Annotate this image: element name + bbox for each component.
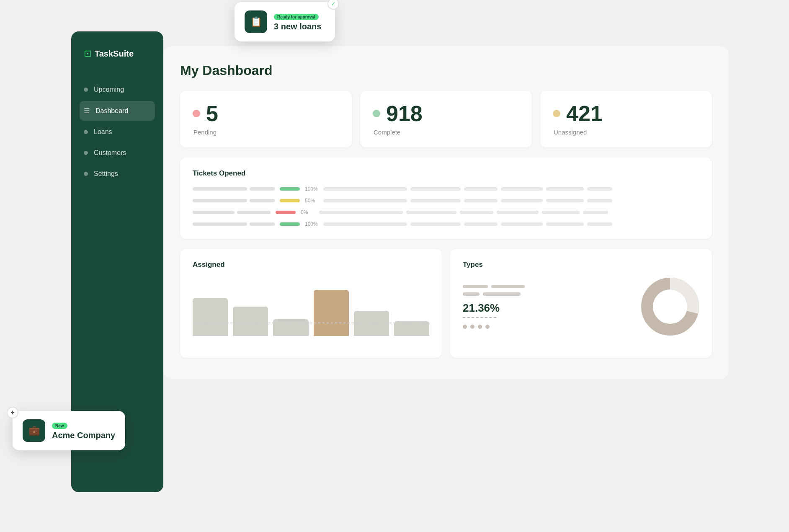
logo-text: TaskSuite xyxy=(95,49,134,59)
sidebar-label-loans: Loans xyxy=(94,128,112,136)
complete-label: Complete xyxy=(373,129,519,136)
types-left: 21.36% xyxy=(463,285,628,329)
sidebar-item-upcoming[interactable]: Upcoming xyxy=(80,80,155,99)
chart-bar-2 xyxy=(233,307,268,336)
pending-dot xyxy=(193,110,200,117)
stats-row: 5 Pending 918 Complete 421 Unassigned xyxy=(180,91,712,147)
legend-item-2 xyxy=(463,292,628,296)
add-icon: + xyxy=(7,407,18,418)
ticket-meta-2 xyxy=(323,199,699,202)
nav-dot-loans xyxy=(84,130,88,134)
assigned-card: Assigned xyxy=(180,249,442,358)
type-dot-3 xyxy=(478,325,482,329)
nav-dot-settings xyxy=(84,172,88,176)
chart-bar-4 xyxy=(314,290,349,336)
ticket-meta-1 xyxy=(323,187,699,191)
bar-left-3 xyxy=(193,211,235,214)
ticket-row-2: 50% xyxy=(193,198,699,204)
types-percentage: 21.36% xyxy=(463,302,628,315)
bar-mid-4 xyxy=(250,222,275,226)
ticket-row-1: 100% xyxy=(193,186,699,192)
chart-bar-3 xyxy=(273,319,308,336)
bar-mid-2 xyxy=(250,199,275,202)
sidebar-item-customers[interactable]: Customers xyxy=(80,143,155,163)
bar-left-1 xyxy=(193,187,247,191)
legend-item-1 xyxy=(463,285,628,288)
acme-popup: + 💼 New Acme Company xyxy=(13,411,125,450)
bar-colored-3 xyxy=(276,211,296,214)
ticket-meta-4 xyxy=(323,222,699,226)
pending-number: 5 xyxy=(206,103,218,124)
pct-label-2: 50% xyxy=(305,198,318,204)
bottom-row: Assigned Types xyxy=(180,249,712,358)
unassigned-dot xyxy=(553,110,560,117)
types-dots xyxy=(463,325,628,329)
stat-card-unassigned: 421 Unassigned xyxy=(540,91,712,147)
complete-dot xyxy=(373,110,380,117)
types-content: 21.36% xyxy=(463,277,699,336)
unassigned-number: 421 xyxy=(566,103,603,124)
check-icon: ✓ xyxy=(327,0,339,10)
types-card: Types 21.36% xyxy=(450,249,712,358)
chart-dashed-line xyxy=(193,323,429,323)
pct-label-1: 100% xyxy=(305,186,318,192)
page-title: My Dashboard xyxy=(180,63,712,78)
pct-label-3: 0% xyxy=(301,209,314,215)
acme-icon-wrap: 💼 xyxy=(23,419,45,442)
sidebar-label-upcoming: Upcoming xyxy=(94,86,124,93)
pending-label: Pending xyxy=(193,129,339,136)
type-dot-4 xyxy=(485,325,490,329)
bar-mid-1 xyxy=(250,187,275,191)
notification-text: Ready for approval 3 new loans xyxy=(274,13,321,31)
tickets-title: Tickets Opened xyxy=(193,169,699,178)
chart-bar-5 xyxy=(354,311,389,336)
notification-title: 3 new loans xyxy=(274,22,321,31)
acme-badge: New xyxy=(52,423,67,429)
ticket-meta-3 xyxy=(319,211,699,214)
acme-title: Acme Company xyxy=(52,431,115,440)
bar-mid-3 xyxy=(237,211,271,214)
sidebar-item-loans[interactable]: Loans xyxy=(80,122,155,142)
notification-badge: Ready for approval xyxy=(274,14,319,20)
types-title: Types xyxy=(463,261,699,269)
sidebar-label-customers: Customers xyxy=(94,149,126,157)
bar-left-4 xyxy=(193,222,247,226)
stat-card-pending: 5 Pending xyxy=(180,91,352,147)
dashed-indicator xyxy=(463,317,496,318)
document-icon: 📋 xyxy=(250,16,262,27)
sidebar-label-settings: Settings xyxy=(94,170,118,178)
type-dot-1 xyxy=(463,325,467,329)
unassigned-label: Unassigned xyxy=(553,129,699,136)
acme-text: New Acme Company xyxy=(52,421,115,440)
assigned-chart xyxy=(193,277,429,336)
pct-label-4: 100% xyxy=(305,221,318,227)
sidebar-item-settings[interactable]: Settings xyxy=(80,164,155,183)
svg-point-2 xyxy=(654,291,686,323)
main-content: My Dashboard 5 Pending 918 Complete 421 … xyxy=(163,46,729,379)
complete-number: 918 xyxy=(386,103,423,124)
sidebar-item-dashboard[interactable]: ☰ Dashboard xyxy=(80,101,155,121)
sidebar-label-dashboard: Dashboard xyxy=(95,107,128,115)
tickets-card: Tickets Opened 100% xyxy=(180,158,712,239)
stat-card-complete: 918 Complete xyxy=(360,91,532,147)
notification-popup: 📋 Ready for approval 3 new loans ✓ xyxy=(235,2,335,41)
dashboard-icon: ☰ xyxy=(84,107,90,115)
briefcase-icon: 💼 xyxy=(28,425,40,436)
sidebar-logo: ⊡ TaskSuite xyxy=(80,48,155,59)
bar-colored-1 xyxy=(280,187,300,191)
chart-bar-1 xyxy=(193,298,228,336)
assigned-title: Assigned xyxy=(193,261,429,269)
ticket-row-3: 0% xyxy=(193,209,699,215)
type-dot-2 xyxy=(470,325,474,329)
nav-dot-customers xyxy=(84,151,88,155)
bar-left-2 xyxy=(193,199,247,202)
donut-chart xyxy=(641,277,699,336)
ticket-row-4: 100% xyxy=(193,221,699,227)
chart-bar-6 xyxy=(394,321,429,336)
logo-icon: ⊡ xyxy=(84,48,91,59)
notification-icon-wrap: 📋 xyxy=(245,10,267,33)
bar-colored-2 xyxy=(280,199,300,202)
nav-dot-upcoming xyxy=(84,88,88,92)
bar-colored-4 xyxy=(280,222,300,226)
